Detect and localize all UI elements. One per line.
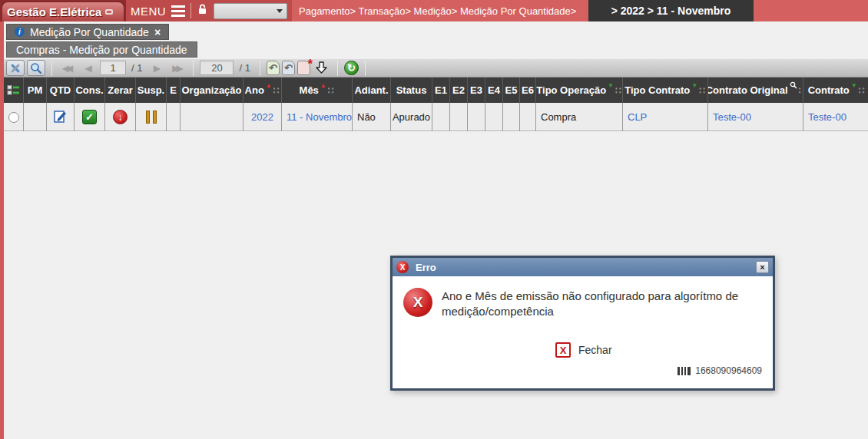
tipo-contrato-link[interactable]: CLP	[628, 111, 647, 123]
column-header-e2[interactable]: E2	[450, 78, 468, 103]
breadcrumb[interactable]: Pagamento> Transação> Medição> Medição P…	[292, 0, 588, 21]
export-download-icon[interactable]	[313, 60, 331, 76]
barcode-icon	[678, 367, 691, 375]
last-page-button[interactable]: ▶▶	[168, 60, 187, 76]
drag-handle-icon: ∷	[699, 85, 706, 96]
error-message: Ano e Mês de emissão não configurado par…	[442, 289, 772, 320]
rows-per-page-input[interactable]	[200, 61, 234, 75]
column-header-e6[interactable]: E6	[520, 78, 536, 103]
cell-e	[167, 103, 181, 131]
app-title: Gestão E.Elétrica	[7, 5, 101, 18]
search-button[interactable]	[27, 60, 45, 76]
fechar-button-label: Fechar	[578, 344, 612, 356]
hamburger-icon[interactable]	[171, 5, 185, 17]
tab-close-icon[interactable]: ×	[154, 26, 161, 38]
module-select[interactable]	[214, 3, 287, 19]
column-header-adiant[interactable]: Adiant.	[353, 78, 391, 103]
column-header-tipo-operacao[interactable]: Tipo Operação ▼ ∷	[536, 78, 623, 103]
app-title-tab: Gestão E.Elétrica	[2, 2, 124, 21]
column-header-e3[interactable]: E3	[468, 78, 485, 103]
cell-pm	[24, 103, 47, 131]
cell-organizacao	[181, 103, 244, 131]
info-icon: i	[15, 27, 25, 37]
fechar-button[interactable]: X Fechar	[555, 342, 612, 358]
menu-label[interactable]: MENU	[131, 5, 166, 18]
transaction-info: 1668090964609	[678, 365, 762, 376]
contrato-link[interactable]: Teste-00	[808, 111, 846, 123]
cell-tipo-contrato: CLP	[623, 103, 708, 131]
cell-contrato-original: Teste-00	[708, 103, 803, 131]
column-header-organizacao[interactable]: Organização	[181, 78, 244, 103]
topbar-filler	[754, 0, 868, 21]
cell-zerar: ↓	[105, 103, 136, 131]
toolbar-separator	[337, 61, 338, 76]
chevron-down-icon	[277, 9, 283, 13]
cell-adiant: Não	[353, 103, 391, 131]
cell-contrato: Teste-00	[803, 103, 868, 131]
column-header-tipo-contrato[interactable]: Tipo Contrato ▼ ∷	[623, 78, 708, 103]
column-header-e1[interactable]: E1	[432, 78, 450, 103]
revert-sheet-icon[interactable]: ↶	[282, 61, 295, 75]
error-dialog-body: X Ano e Mês de emissão não configurado p…	[393, 276, 773, 388]
column-header-mes[interactable]: Mês ▲ ∷	[282, 78, 353, 103]
required-sheet-icon[interactable]: *	[297, 61, 310, 75]
cell-qtd	[47, 103, 75, 131]
toolbar-separator	[193, 61, 194, 76]
page-title: Compras - Medição por Quantidade	[6, 41, 197, 58]
sort-asc-icon: ▲	[320, 82, 326, 89]
first-page-button[interactable]: ◀◀	[58, 60, 77, 76]
consolidate-check-icon[interactable]: ✓	[82, 110, 97, 124]
table-header: PM QTD Cons. Zerar Susp. E Organização A…	[4, 78, 868, 103]
tab-medicao-por-quantidade[interactable]: i Medição Por Quantidade ×	[6, 24, 169, 40]
page-number-input[interactable]	[100, 61, 126, 75]
search-icon	[790, 80, 797, 91]
transaction-id: 1668090964609	[695, 365, 762, 376]
cell-ano: 2022	[244, 103, 282, 131]
cell-cons: ✓	[75, 103, 105, 131]
drag-handle-icon: ∷	[615, 85, 622, 96]
cell-e4	[485, 103, 503, 131]
toolbar: ◀◀ ◀ / 1 ▶ ▶▶ / 1 ↶ ↶ * ↻	[4, 58, 868, 78]
table-row: ✓ ↓ 2022 11 - Novembro Não Apurado Compr…	[4, 103, 868, 131]
prev-page-button[interactable]: ◀	[79, 60, 98, 76]
cell-e5	[503, 103, 520, 131]
refresh-icon[interactable]: ↻	[344, 61, 359, 75]
next-page-button[interactable]: ▶	[147, 60, 166, 76]
row-radio-button[interactable]	[8, 112, 19, 123]
cell-tipo-operacao: Compra	[536, 103, 623, 131]
edit-icon[interactable]	[53, 109, 68, 126]
import-sheet-icon[interactable]: ↶	[267, 61, 280, 75]
column-header-cons[interactable]: Cons.	[75, 78, 105, 103]
drag-handle-icon: ∷	[328, 85, 335, 96]
dialog-close-icon[interactable]: ×	[756, 261, 769, 273]
suspend-pause-icon[interactable]	[146, 111, 157, 124]
column-header-zerar[interactable]: Zerar	[105, 78, 136, 103]
column-header-contrato[interactable]: Contrato ▼ ∷	[803, 78, 868, 103]
mes-link[interactable]: 11 - Novembro	[287, 111, 352, 123]
select-all-header-cell[interactable]	[4, 78, 24, 103]
contrato-original-link[interactable]: Teste-00	[713, 111, 751, 123]
column-header-e[interactable]: E	[167, 78, 181, 103]
cell-susp	[136, 103, 167, 131]
filter-icon: ▼	[608, 82, 614, 89]
zerar-down-icon[interactable]: ↓	[113, 110, 128, 124]
context-path: > 2022 > 11 - Novembro	[588, 0, 754, 21]
column-header-status[interactable]: Status	[391, 78, 432, 103]
column-header-contrato-original[interactable]: Contrato Original ∷	[708, 78, 803, 103]
lock-icon[interactable]	[197, 3, 208, 18]
error-dialog-titlebar[interactable]: X Erro ×	[393, 258, 773, 276]
cell-e3	[468, 103, 485, 131]
column-header-e5[interactable]: E5	[503, 78, 520, 103]
column-header-susp[interactable]: Susp.	[136, 78, 167, 103]
settings-tools-button[interactable]	[6, 60, 25, 76]
column-header-pm[interactable]: PM	[24, 78, 47, 103]
ano-link[interactable]: 2022	[251, 111, 273, 123]
window-icon[interactable]	[105, 9, 113, 15]
column-header-ano[interactable]: Ano ▲ ∷	[244, 78, 282, 103]
column-header-qtd[interactable]: QTD	[47, 78, 75, 103]
fechar-x-icon: X	[555, 342, 571, 358]
asterisk-badge-icon: *	[308, 58, 313, 71]
filter-icon: ▼	[851, 82, 857, 89]
row-select-cell	[4, 103, 24, 131]
column-header-e4[interactable]: E4	[485, 78, 503, 103]
